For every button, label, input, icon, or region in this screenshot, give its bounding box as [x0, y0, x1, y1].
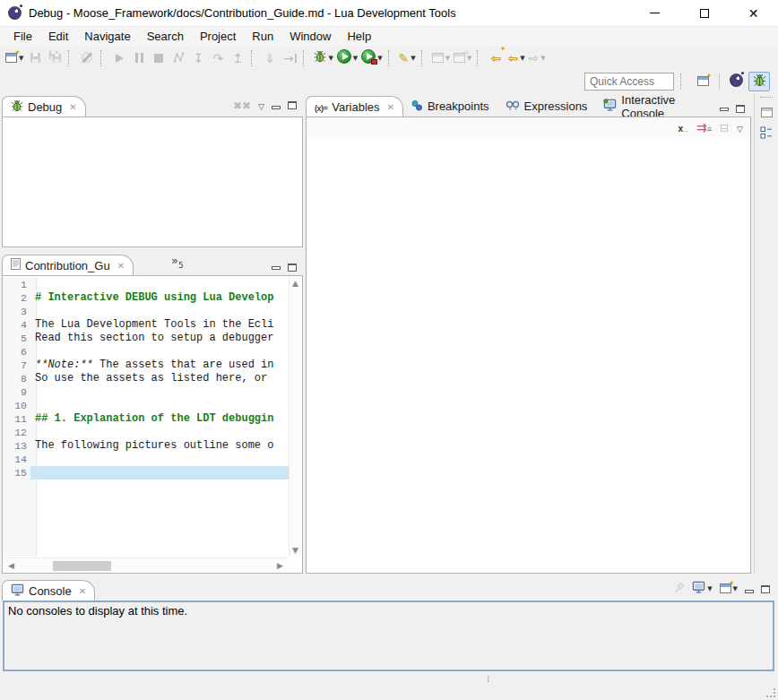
display-selected-console-button[interactable]: ▼ — [692, 581, 712, 597]
window-resize-grip[interactable] — [765, 687, 776, 698]
editor-line[interactable]: 12 — [3, 426, 289, 439]
maximize-icon[interactable] — [288, 264, 297, 272]
minimize-button[interactable] — [745, 581, 754, 597]
coverage-button[interactable]: ▼ — [359, 48, 384, 68]
tab-expressions[interactable]: x+Expressions — [497, 96, 596, 117]
menu-navigate[interactable]: Navigate — [76, 28, 138, 45]
minimize-icon[interactable] — [720, 108, 729, 111]
scroll-left-icon[interactable]: ◀ — [4, 561, 19, 570]
editor-vertical-scrollbar[interactable]: ▲ ▼ — [289, 277, 301, 557]
editor-line[interactable]: 8So use the assets as listed here, or — [3, 372, 289, 385]
outline-view-icon[interactable] — [760, 126, 773, 143]
maximize-button[interactable] — [288, 97, 297, 113]
maximize-icon[interactable] — [736, 105, 745, 113]
editor-pane[interactable]: 12# Interactive DEBUG using Lua Develop3… — [2, 275, 303, 574]
back-button[interactable]: ⇦▼ — [506, 48, 526, 68]
variables-icon: (x)= — [315, 100, 327, 114]
dropdown-arrow-icon[interactable]: ▼ — [411, 55, 415, 62]
quick-access-input[interactable] — [584, 73, 674, 91]
maximize-button[interactable] — [761, 581, 770, 597]
editor-line[interactable]: 13The following pictures outline some o — [3, 439, 289, 453]
debug-perspective-button[interactable] — [748, 72, 770, 91]
menu-run[interactable]: Run — [244, 28, 281, 45]
line-number: 15 — [3, 466, 30, 480]
minimize-button[interactable] — [272, 97, 281, 113]
statusbar-drag-handle[interactable]: ⁞ — [487, 677, 489, 681]
dropdown-arrow-icon[interactable]: ▼ — [377, 55, 382, 62]
editor-line[interactable]: 14 — [3, 453, 289, 466]
close-tab-icon[interactable]: ✕ — [69, 102, 76, 112]
window-title: Debug - Moose_Framework/docs/Contributio… — [29, 6, 456, 20]
ldt-logo-icon — [8, 6, 22, 20]
dropdown-arrow-icon[interactable]: ▼ — [520, 55, 524, 62]
editor-line[interactable]: 1 — [3, 278, 289, 291]
last-edit-location-button[interactable]: ⇦✦ — [486, 48, 506, 68]
editor-line[interactable]: 4The Lua Development Tools in the Ecli — [3, 318, 289, 332]
view-menu-button[interactable]: ▽ — [258, 97, 264, 113]
editor-line[interactable]: 9 — [3, 385, 289, 399]
show-logical-structures-button[interactable]: ⇉≡ — [696, 119, 712, 135]
menu-window[interactable]: Window — [281, 28, 339, 45]
restore-view-icon[interactable] — [761, 108, 773, 117]
debug-button[interactable]: ▼ — [312, 48, 334, 68]
step-into-button: ↧ — [188, 48, 208, 68]
editor-line[interactable]: 6 — [3, 345, 289, 359]
scroll-up-icon[interactable]: ▲ — [288, 279, 303, 288]
scrollbar-thumb[interactable] — [53, 561, 111, 571]
use-step-filters-button: → — [280, 48, 299, 68]
view-menu-button[interactable]: ▽ — [737, 119, 743, 135]
debug-view-content[interactable] — [2, 117, 303, 247]
dropdown-arrow-icon[interactable]: ▼ — [328, 55, 333, 62]
scroll-down-icon[interactable]: ▼ — [288, 546, 303, 555]
editor-line[interactable]: 11## 1. Explanation of the LDT debuggin — [3, 412, 289, 426]
new-task-icon — [432, 50, 444, 66]
tab-console[interactable]: Console ✕ — [2, 580, 95, 601]
editor-line[interactable]: 5Read this section to setup a debugger — [3, 332, 289, 345]
open-console-button[interactable]: ✦▼ — [720, 581, 738, 597]
minimize-button[interactable] — [630, 0, 679, 26]
open-perspective-button[interactable]: ✦ — [692, 72, 713, 91]
tab-breakpoints[interactable]: Breakpoints — [403, 96, 497, 117]
toolbar-grip[interactable] — [680, 73, 685, 90]
drop-to-frame-icon: ⇓ — [265, 50, 276, 66]
editor-horizontal-scrollbar[interactable]: ◀ ▶ — [4, 557, 288, 572]
hidden-editors-chevron[interactable]: »5 — [171, 254, 184, 270]
dropdown-arrow-icon[interactable]: ▼ — [353, 55, 358, 62]
editor-line[interactable]: 2# Interactive DEBUG using Lua Develop — [3, 291, 289, 305]
lua-perspective-button[interactable] — [725, 72, 747, 91]
editor-line[interactable]: 15 — [3, 466, 289, 480]
close-tab-icon[interactable]: ✕ — [79, 586, 86, 596]
variables-view-content[interactable]: x‥⇉≡⊟▽ — [306, 117, 751, 574]
editor-text-area[interactable]: 12# Interactive DEBUG using Lua Develop3… — [3, 278, 289, 557]
show-type-names-button[interactable]: x‥ — [678, 119, 688, 135]
tab-interactive-console[interactable]: Interactive Console — [595, 96, 720, 117]
open-perspective-icon: ✦ — [697, 73, 709, 90]
step-return-button: ↥ — [228, 48, 247, 68]
window-controls: ✕ — [630, 0, 778, 26]
scroll-right-icon[interactable]: ▶ — [272, 561, 288, 570]
maximize-button[interactable] — [679, 0, 729, 26]
external-tools-button[interactable]: ✎▼ — [397, 48, 418, 68]
dropdown-arrow-icon[interactable]: ▼ — [540, 55, 545, 62]
menu-help[interactable]: Help — [339, 28, 379, 45]
tab-variables[interactable]: (x)=Variables✕ — [306, 96, 403, 117]
tab-debug[interactable]: Debug ✕ — [2, 96, 86, 117]
new-wizard-button[interactable]: ✦▼ — [4, 48, 25, 68]
close-tab-icon[interactable]: ✕ — [387, 102, 394, 112]
run-button[interactable]: ▼ — [335, 48, 359, 68]
close-button[interactable]: ✕ — [729, 0, 778, 26]
tab-editor-contribution-guide[interactable]: Contribution_Gu ✕ — [2, 255, 134, 275]
menu-search[interactable]: Search — [139, 28, 192, 45]
menu-project[interactable]: Project — [192, 28, 244, 45]
minimize-icon[interactable] — [272, 266, 281, 270]
editor-line[interactable]: 10 — [3, 399, 289, 412]
close-tab-icon[interactable]: ✕ — [117, 261, 125, 271]
menu-file[interactable]: File — [5, 28, 40, 45]
trim-handle[interactable] — [760, 97, 773, 99]
editor-line[interactable]: 7**Note:** The assets that are used in — [3, 359, 289, 372]
dropdown-arrow-icon[interactable]: ▼ — [445, 55, 450, 62]
dropdown-arrow-icon[interactable]: ▼ — [707, 585, 712, 592]
remove-all-icon: ✖✖ — [233, 97, 251, 113]
menu-edit[interactable]: Edit — [40, 28, 76, 45]
editor-line[interactable]: 3 — [3, 305, 289, 318]
